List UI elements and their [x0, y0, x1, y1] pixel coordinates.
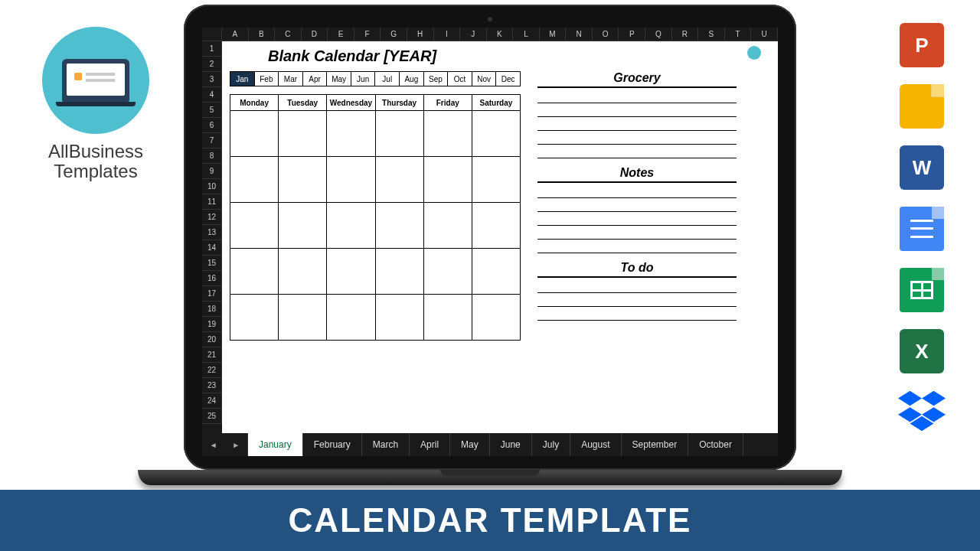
row-header[interactable]: 25 [202, 409, 222, 424]
calendar-cell[interactable] [424, 111, 472, 157]
column-header[interactable]: A [222, 28, 249, 41]
sheet-next-icon[interactable]: ► [232, 441, 240, 449]
month-tab-aug[interactable]: Aug [400, 71, 424, 86]
row-header[interactable]: 22 [202, 363, 222, 378]
list-line[interactable] [537, 279, 737, 293]
row-header[interactable]: 9 [202, 164, 222, 179]
calendar-cell[interactable] [376, 249, 424, 295]
list-line[interactable] [537, 198, 737, 212]
sheet-nav-arrows[interactable]: ◄ ► [202, 433, 248, 456]
column-header[interactable]: N [566, 28, 593, 41]
month-tab-may[interactable]: May [327, 71, 351, 86]
calendar-cell[interactable] [376, 111, 424, 157]
column-header[interactable]: B [249, 28, 276, 41]
column-header[interactable]: H [407, 28, 434, 41]
calendar-cell[interactable] [279, 111, 327, 157]
list-line[interactable] [537, 293, 737, 307]
row-header[interactable]: 5 [202, 103, 222, 118]
calendar-cell[interactable] [327, 295, 375, 341]
calendar-cell[interactable] [472, 295, 521, 341]
row-header[interactable]: 2 [202, 57, 222, 72]
list-line[interactable] [537, 307, 737, 321]
month-tab-apr[interactable]: Apr [303, 71, 328, 86]
list-line[interactable] [537, 240, 737, 253]
column-header[interactable]: C [275, 28, 302, 41]
month-tab-jun[interactable]: Jun [351, 71, 376, 86]
list-line[interactable] [537, 145, 737, 158]
row-header[interactable]: 24 [202, 393, 222, 409]
row-header[interactable]: 21 [202, 347, 222, 363]
row-header[interactable]: 23 [202, 378, 222, 393]
month-tab-feb[interactable]: Feb [255, 71, 279, 86]
calendar-cell[interactable] [376, 295, 424, 341]
column-header[interactable]: F [354, 28, 381, 41]
month-tab-sep[interactable]: Sep [424, 71, 449, 86]
column-header[interactable]: M [540, 28, 567, 41]
row-header[interactable]: 18 [202, 302, 222, 317]
column-header[interactable]: S [698, 28, 725, 41]
list-line[interactable] [537, 90, 737, 103]
calendar-cell[interactable] [472, 249, 521, 295]
column-header[interactable]: L [513, 28, 540, 41]
calendar-cell[interactable] [327, 203, 375, 249]
column-header[interactable]: T [725, 28, 752, 41]
calendar-cell[interactable] [279, 249, 327, 295]
column-header[interactable]: E [328, 28, 354, 41]
worksheet-canvas[interactable]: Blank Calendar [YEAR] JanFebMarAprMayJun… [222, 41, 778, 433]
sheet-tab-august[interactable]: August [570, 433, 621, 456]
column-header[interactable]: D [302, 28, 328, 41]
calendar-cell[interactable] [376, 157, 424, 203]
calendar-cell[interactable] [424, 203, 472, 249]
row-header[interactable]: 13 [202, 225, 222, 240]
sheet-tab-april[interactable]: April [410, 433, 450, 456]
list-line[interactable] [537, 103, 737, 117]
column-header[interactable]: U [751, 28, 778, 41]
row-header[interactable]: 4 [202, 87, 222, 103]
calendar-cell[interactable] [472, 203, 521, 249]
column-header[interactable]: Q [645, 28, 672, 41]
calendar-cell[interactable] [376, 203, 424, 249]
calendar-cell[interactable] [230, 111, 279, 157]
column-header[interactable]: K [487, 28, 514, 41]
sheet-tab-march[interactable]: March [362, 433, 410, 456]
list-line[interactable] [537, 184, 737, 198]
calendar-cell[interactable] [327, 111, 375, 157]
row-header[interactable]: 20 [202, 332, 222, 347]
column-header[interactable]: P [619, 28, 645, 41]
month-tab-jan[interactable]: Jan [230, 71, 255, 86]
calendar-cell[interactable] [230, 203, 279, 249]
sheet-tab-january[interactable]: January [248, 433, 303, 456]
list-line[interactable] [537, 117, 737, 131]
row-header[interactable]: 15 [202, 256, 222, 271]
list-line[interactable] [537, 131, 737, 145]
calendar-cell[interactable] [424, 295, 472, 341]
sheet-tab-september[interactable]: September [622, 433, 689, 456]
column-header[interactable]: G [381, 28, 407, 41]
calendar-cell[interactable] [327, 249, 375, 295]
month-tab-oct[interactable]: Oct [448, 71, 472, 86]
calendar-cell[interactable] [230, 249, 279, 295]
calendar-cell[interactable] [279, 203, 327, 249]
month-tab-dec[interactable]: Dec [496, 71, 521, 86]
list-line[interactable] [537, 212, 737, 226]
row-header[interactable]: 17 [202, 286, 222, 302]
calendar-cell[interactable] [230, 157, 279, 203]
row-header[interactable]: 16 [202, 271, 222, 286]
month-tab-nov[interactable]: Nov [472, 71, 497, 86]
select-all-corner[interactable] [202, 28, 222, 41]
row-header[interactable]: 12 [202, 210, 222, 225]
row-header[interactable]: 11 [202, 194, 222, 210]
row-header[interactable]: 1 [202, 41, 222, 57]
row-header[interactable]: 8 [202, 148, 222, 164]
calendar-cell[interactable] [279, 295, 327, 341]
sheet-tab-june[interactable]: June [490, 433, 532, 456]
month-tab-mar[interactable]: Mar [279, 71, 303, 86]
list-line[interactable] [537, 226, 737, 240]
calendar-cell[interactable] [472, 157, 521, 203]
column-header[interactable]: I [434, 28, 461, 41]
calendar-cell[interactable] [424, 157, 472, 203]
calendar-cell[interactable] [472, 111, 521, 157]
column-header[interactable]: J [460, 28, 487, 41]
row-header[interactable]: 14 [202, 240, 222, 256]
row-header[interactable]: 19 [202, 317, 222, 332]
